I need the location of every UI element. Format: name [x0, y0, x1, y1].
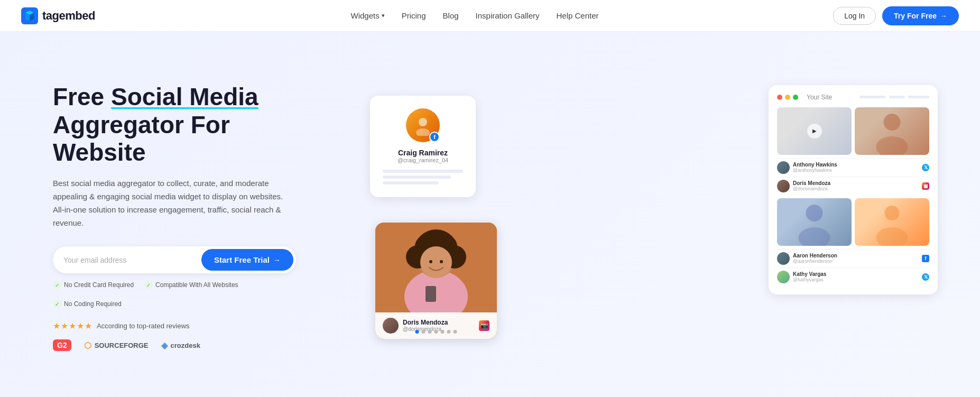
red-dot	[777, 95, 782, 100]
user-handle-3: @aaronhenderson	[793, 258, 919, 264]
dot-2	[422, 330, 426, 334]
svg-point-17	[420, 246, 452, 278]
grid-photo-2	[855, 107, 929, 155]
svg-point-8	[876, 227, 908, 246]
profile-line	[383, 181, 439, 184]
yellow-dot	[785, 95, 790, 100]
login-button[interactable]: Log In	[833, 7, 876, 25]
badge-compatible: ✓ Compatible With All Websites	[144, 281, 238, 289]
grid-user-row-4: Kathy Vargas @kathyvargas 𝕏	[777, 267, 929, 286]
dot-3	[428, 330, 432, 334]
hero-content: Free Social Media Aggregator For Website…	[53, 83, 317, 352]
svg-point-5	[806, 205, 823, 221]
user-info-2: Doris Mendoza @dorismendoza	[793, 180, 919, 191]
grid-photo-3	[777, 198, 852, 246]
user-avatar-3	[777, 252, 790, 265]
photo-card-name: Doris Mendoza	[403, 319, 448, 326]
play-icon: ▶	[807, 124, 822, 139]
g2-logo: G2	[53, 339, 71, 351]
instagram-icon: ▣	[922, 182, 929, 190]
svg-point-1	[419, 118, 427, 126]
star-rating: ★★★★★	[53, 321, 93, 331]
user-handle-2: @dorismendoza	[793, 186, 919, 191]
profile-avatar-wrap: f	[406, 108, 440, 142]
user-name-2: Doris Mendoza	[793, 180, 919, 186]
traffic-dots	[777, 95, 798, 100]
grid-user-row-2: Doris Mendoza @dorismendoza ▣	[777, 177, 929, 195]
nav-link-widgets[interactable]: Widgets ▾	[351, 11, 385, 20]
facebook-icon: f	[922, 255, 929, 262]
instagram-icon-card: 📷	[479, 320, 489, 331]
twitter-icon: 𝕏	[922, 164, 929, 171]
logo-icon	[21, 7, 38, 24]
user-handle-4: @kathyvargas	[793, 277, 919, 282]
green-dot	[793, 95, 798, 100]
sourceforge-icon: ⬡	[84, 340, 91, 350]
navbar: tagembed Widgets ▾ Pricing Blog Inspirat…	[0, 0, 980, 32]
profile-lines	[383, 170, 463, 184]
photo-card-avatar	[383, 318, 399, 334]
review-logos: G2 ⬡ SOURCEFORGE ◈ crozdesk	[53, 339, 317, 351]
your-site-label: Your Site	[807, 94, 832, 101]
user-handle-1: @anthonyhawkins	[793, 168, 919, 173]
nav-link-blog[interactable]: Blog	[443, 11, 459, 20]
svg-point-7	[885, 206, 900, 220]
svg-point-18	[429, 260, 432, 263]
photo-card-overlay: Doris Mendoza @dorismendoza 📷	[375, 312, 497, 339]
svg-point-6	[799, 227, 830, 246]
profile-line	[383, 170, 463, 173]
check-icon: ✓	[53, 300, 61, 308]
email-input[interactable]	[63, 256, 201, 264]
hero-title-highlight: Social Media	[111, 83, 258, 110]
profile-name: Craig Ramirez	[383, 149, 463, 157]
crozdesk-logo: ◈ crozdesk	[161, 340, 200, 350]
svg-point-3	[884, 114, 901, 131]
svg-rect-20	[426, 286, 436, 302]
dot-6	[447, 330, 451, 334]
nav-link-inspiration[interactable]: Inspiration Gallery	[476, 11, 540, 20]
check-icon: ✓	[53, 281, 61, 289]
twitter-icon-2: 𝕏	[922, 273, 929, 281]
dot-4	[434, 330, 438, 334]
grid-header-lines	[859, 96, 929, 98]
start-trial-button[interactable]: Start Free Trial →	[201, 249, 293, 271]
hero-subtitle: Best social media aggregator to collect,…	[53, 177, 285, 229]
dot-5	[441, 330, 445, 334]
user-name-1: Anthony Hawkins	[793, 162, 919, 168]
sourceforge-logo: ⬡ SOURCEFORGE	[84, 340, 149, 350]
user-avatar-4	[777, 271, 790, 283]
logo-text: tagembed	[42, 9, 95, 23]
chevron-down-icon: ▾	[382, 12, 385, 19]
grid-widget: Your Site ▶	[769, 85, 938, 294]
photo-card: Doris Mendoza @dorismendoza 📷	[375, 223, 497, 339]
email-form: Start Free Trial →	[53, 246, 296, 273]
grid-top-photos: ▶	[777, 107, 929, 155]
profile-handle: @craig_ramirez_04	[383, 157, 463, 163]
nav-actions: Log In Try For Free →	[833, 6, 959, 25]
user-name-3: Aaron Henderson	[793, 253, 919, 258]
hero-reviews: ★★★★★ According to top-rated reviews	[53, 321, 317, 331]
svg-point-4	[876, 136, 908, 155]
crozdesk-icon: ◈	[161, 340, 168, 350]
hero-title: Free Social Media Aggregator For Website	[53, 83, 317, 167]
user-info-1: Anthony Hawkins @anthonyhawkins	[793, 162, 919, 173]
grid-photo-4	[855, 198, 929, 246]
profile-line	[383, 176, 451, 179]
nav-link-help[interactable]: Help Center	[556, 11, 598, 20]
profile-card: f Craig Ramirez @craig_ramirez_04	[370, 96, 476, 197]
nav-link-pricing[interactable]: Pricing	[402, 11, 426, 20]
nav-links: Widgets ▾ Pricing Blog Inspiration Galle…	[116, 11, 833, 20]
user-name-4: Kathy Vargas	[793, 271, 919, 277]
user-info-4: Kathy Vargas @kathyvargas	[793, 271, 919, 282]
logo-link[interactable]: tagembed	[21, 7, 95, 24]
hero-section: Free Social Media Aggregator For Website…	[0, 32, 980, 397]
badge-no-coding: ✓ No Coding Required	[53, 300, 122, 308]
hero-badges: ✓ No Credit Card Required ✓ Compatible W…	[53, 281, 317, 308]
facebook-badge: f	[429, 132, 440, 142]
dot-1	[415, 330, 419, 334]
try-for-free-button[interactable]: Try For Free →	[882, 6, 959, 25]
grid-widget-header: Your Site	[777, 94, 929, 101]
dot-7	[454, 330, 457, 334]
grid-bottom-photos	[777, 198, 929, 246]
grid-user-row-3: Aaron Henderson @aaronhenderson f	[777, 249, 929, 267]
